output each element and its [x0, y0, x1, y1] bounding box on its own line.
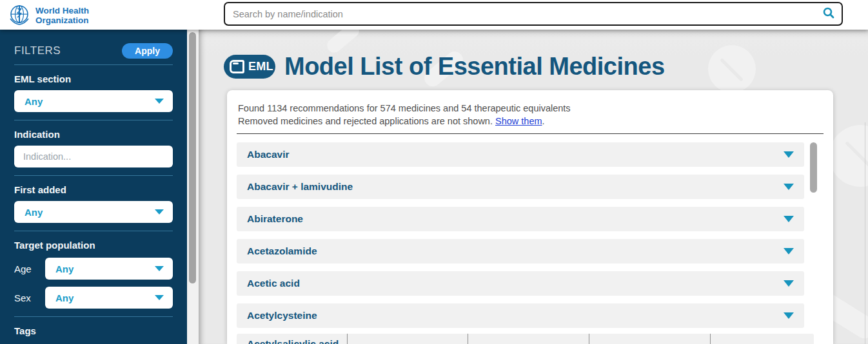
- chevron-down-icon[interactable]: [784, 151, 794, 158]
- who-logo-text: World Health Organization: [35, 6, 89, 25]
- who-logo-line1: World Health: [35, 6, 89, 16]
- eml-badge-label: EML: [248, 60, 273, 73]
- target-population-label: Target population: [14, 240, 173, 251]
- medicine-row-partial[interactable]: Acetylsalicylic acid: [237, 334, 814, 344]
- sidebar-divider: [14, 231, 173, 231]
- age-dropdown[interactable]: Any: [45, 258, 173, 280]
- who-logo-line2: Organization: [35, 16, 89, 26]
- sidebar-divider: [14, 64, 173, 65]
- tablet-watermark: [708, 45, 756, 93]
- eml-capsule-icon: [230, 60, 244, 73]
- tablet-watermark: [829, 125, 868, 187]
- age-label: Age: [14, 263, 45, 274]
- eml-section-dropdown[interactable]: Any: [14, 90, 173, 112]
- search-input[interactable]: [225, 9, 816, 19]
- medicine-row[interactable]: Abacavir + lamivudine: [237, 175, 804, 199]
- medicine-row[interactable]: Abacavir: [237, 142, 804, 167]
- search-bar: [224, 2, 843, 26]
- medicine-row[interactable]: Acetic acid: [237, 271, 804, 296]
- chevron-down-icon[interactable]: [784, 280, 794, 287]
- medicine-row[interactable]: Acetazolamide: [237, 239, 804, 263]
- chevron-down-icon[interactable]: [784, 216, 794, 222]
- sidebar-divider: [14, 175, 173, 176]
- removed-medicines-text: Removed medicines and rejected applicati…: [238, 116, 493, 126]
- medicine-row[interactable]: Acetylcysteine: [237, 303, 804, 328]
- medicine-name: Acetylsalicylic acid: [247, 338, 339, 344]
- removed-medicines-line: Removed medicines and rejected applicati…: [238, 115, 822, 128]
- filters-title: FILTERS: [14, 44, 61, 57]
- results-card: Found 1134 recommendations for 574 medic…: [227, 90, 833, 344]
- window-scrollbar-track: [865, 122, 865, 344]
- sidebar-divider: [14, 316, 173, 317]
- first-added-value: Any: [25, 207, 43, 218]
- tags-label: Tags: [14, 325, 173, 336]
- eml-section-value: Any: [25, 96, 43, 107]
- indication-input[interactable]: [14, 146, 173, 167]
- chevron-down-icon: [155, 266, 164, 271]
- show-them-link[interactable]: Show them: [495, 116, 542, 126]
- sidebar-scrollbar-track[interactable]: [187, 30, 199, 344]
- eml-badge: EML: [224, 55, 275, 79]
- sex-value: Any: [55, 292, 74, 303]
- column-divider: [710, 334, 711, 344]
- sex-dropdown[interactable]: Any: [45, 287, 173, 309]
- medicine-name: Acetic acid: [247, 278, 300, 289]
- chevron-down-icon[interactable]: [784, 312, 794, 319]
- first-added-label: First added: [14, 184, 173, 195]
- chevron-down-icon: [155, 295, 164, 300]
- chevron-down-icon[interactable]: [784, 184, 794, 190]
- column-divider: [589, 334, 589, 344]
- results-count-line: Found 1134 recommendations for 574 medic…: [238, 102, 822, 115]
- medicine-name: Abacavir: [247, 149, 289, 160]
- filters-sidebar: FILTERS Apply EML section Any Indication…: [0, 30, 187, 344]
- medicine-name: Abiraterone: [247, 213, 303, 225]
- search-icon: [822, 6, 835, 21]
- top-header: World Health Organization: [0, 0, 868, 30]
- medicine-name: Acetazolamide: [247, 245, 317, 257]
- sentence-period: .: [542, 116, 545, 126]
- apply-filters-button[interactable]: Apply: [122, 43, 173, 59]
- eml-section-label: EML section: [14, 73, 173, 84]
- page-title: Model List of Essential Medicines: [284, 53, 665, 81]
- who-emblem-icon: [8, 3, 31, 29]
- medicine-row[interactable]: Abiraterone: [237, 207, 804, 231]
- first-added-dropdown[interactable]: Any: [14, 201, 173, 223]
- who-logo[interactable]: World Health Organization: [8, 3, 89, 29]
- chevron-down-icon: [155, 209, 164, 215]
- list-scrollbar-thumb[interactable]: [810, 142, 817, 193]
- column-divider: [347, 334, 348, 344]
- age-value: Any: [55, 263, 74, 274]
- search-button[interactable]: [816, 3, 842, 24]
- indication-label: Indication: [14, 129, 173, 140]
- medicine-list: Abacavir Abacavir + lamivudine Abiratero…: [237, 142, 824, 328]
- chevron-down-icon[interactable]: [784, 248, 794, 254]
- medicine-name: Acetylcysteine: [247, 310, 317, 321]
- chevron-down-icon: [155, 99, 164, 104]
- sex-label: Sex: [14, 292, 45, 303]
- sidebar-scrollbar-thumb[interactable]: [189, 32, 196, 283]
- summary-divider: [237, 133, 824, 134]
- column-divider: [468, 334, 468, 344]
- medicine-name: Abacavir + lamivudine: [247, 181, 353, 193]
- main-content: export EML Model List of Essential Medic…: [199, 30, 868, 344]
- results-summary: Found 1134 recommendations for 574 medic…: [237, 90, 824, 128]
- sidebar-divider: [14, 120, 173, 120]
